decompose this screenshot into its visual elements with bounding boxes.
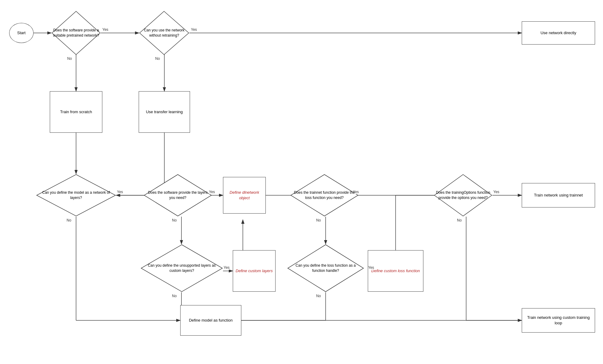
define-custom-layers-node: Define custom layers [233,250,276,292]
d6-no-label: No [316,218,321,222]
d3-label: Can you define the model as a network of… [38,190,115,200]
d5-yes-label: Yes [224,265,230,270]
define-dlnetwork-label: Define dlnetwork object [226,190,263,201]
define-model-function-label: Define model as function [189,318,232,323]
transfer-learning-node: Use transfer learning [139,91,190,133]
start-label: Start [17,30,25,36]
use-network-node: Use network directly [522,21,595,45]
d2-label: Can you use the network without retraini… [141,28,188,38]
define-dlnetwork-node: Define dlnetwork object [223,177,266,214]
diamond-d2: Can you use the network without retraini… [139,11,189,55]
d8-no-label: No [457,218,462,222]
define-custom-layers-label: Define custom layers [236,268,272,274]
train-trainnet-node: Train network using trainnet [522,183,595,207]
train-custom-loop-node: Train network using custom training loop [522,308,595,333]
d7-label: Can you define the loss function as a fu… [289,263,363,273]
d1-label: Does the software provide a suitable pre… [53,28,99,38]
d2-no-label: No [155,56,160,61]
define-custom-loss-node: Define custom loss function [368,250,423,292]
d5-no-label: No [172,294,177,298]
diamond-d4: Does the software provide the layers you… [144,174,212,217]
d7-no-label: No [316,294,321,298]
d1-no-label: No [67,56,72,61]
transfer-learning-label: Use transfer learning [146,109,183,115]
d4-label: Does the software provide the layers you… [145,190,210,200]
diamond-d8: Does the trainingOptions function provid… [434,174,492,217]
d4-no-label: No [172,218,177,222]
diamond-d5: Can you define the unsupported layers as… [141,244,223,292]
d7-yes-label: Yes [368,265,374,270]
define-custom-loss-label: Define custom loss function [371,268,420,274]
train-custom-loop-label: Train network using custom training loop [524,315,592,326]
d5-label: Can you define the unsupported layers as… [142,263,221,273]
diamond-d1: Does the software provide a suitable pre… [51,11,101,55]
d3-yes-label: Yes [117,190,123,194]
d1-yes-label: Yes [102,27,108,32]
start-node: Start [9,23,34,43]
d6-label: Does the trainnet function provide the l… [292,190,357,200]
d2-yes-label: Yes [191,27,197,32]
diamond-d6: Does the trainnet function provide the l… [290,174,359,217]
d8-yes-label: Yes [493,190,499,194]
d3-no-label: No [67,218,71,222]
use-network-label: Use network directly [540,30,576,36]
diamond-d7: Can you define the loss function as a fu… [287,244,364,292]
d8-label: Does the trainingOptions function provid… [435,190,491,200]
train-scratch-label: Train from scratch [60,109,92,115]
train-scratch-node: Train from scratch [50,91,102,133]
diamond-d3: Can you define the model as a network of… [36,174,116,217]
train-trainnet-label: Train network using trainnet [534,193,583,198]
define-model-function-node: Define model as function [180,305,241,336]
flowchart: Start Does the software provide a suitab… [0,0,603,364]
